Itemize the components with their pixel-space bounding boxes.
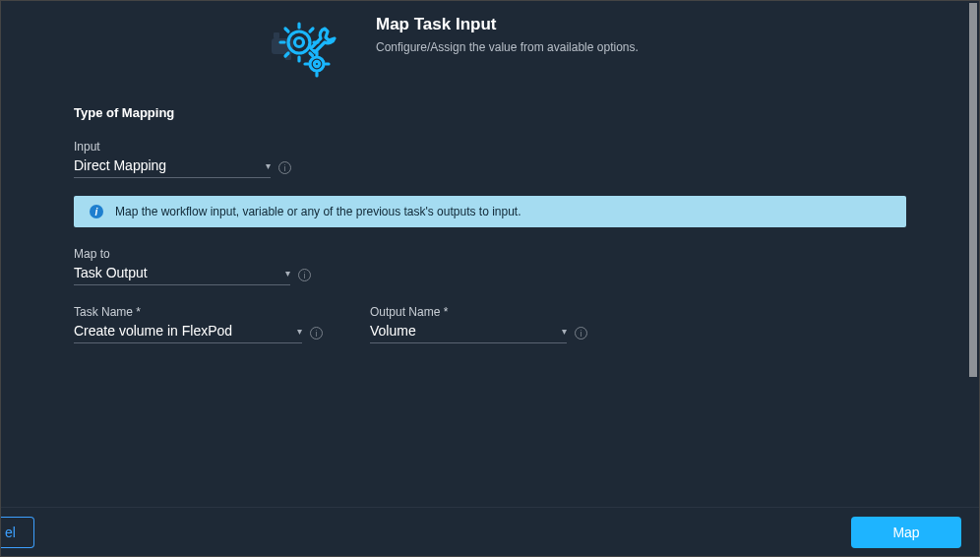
info-banner-text: Map the workflow input, variable or any … bbox=[115, 205, 521, 218]
svg-point-14 bbox=[314, 61, 319, 66]
chevron-down-icon: ▾ bbox=[285, 268, 290, 278]
section-title: Type of Mapping bbox=[74, 105, 906, 120]
field-input: Input Direct Mapping ▾ i bbox=[74, 140, 906, 178]
task-name-select[interactable]: Create volume in FlexPod ▾ bbox=[74, 323, 302, 343]
chevron-down-icon: ▾ bbox=[266, 160, 271, 171]
info-banner: i Map the workflow input, variable or an… bbox=[74, 196, 906, 227]
input-label: Input bbox=[74, 140, 906, 154]
dialog-title: Map Task Input bbox=[376, 15, 639, 34]
output-name-label: Output Name * bbox=[370, 305, 587, 319]
output-name-select[interactable]: Volume ▾ bbox=[370, 323, 567, 343]
map-to-label: Map to bbox=[74, 247, 906, 261]
task-name-label: Task Name * bbox=[74, 305, 323, 319]
info-icon[interactable]: i bbox=[310, 327, 323, 340]
svg-line-9 bbox=[285, 29, 288, 31]
field-output-name: Output Name * Volume ▾ i bbox=[370, 305, 587, 343]
dialog-header: Map Task Input Configure/Assign the valu… bbox=[1, 1, 979, 82]
svg-rect-1 bbox=[274, 32, 279, 38]
input-select[interactable]: Direct Mapping ▾ bbox=[74, 157, 271, 178]
info-banner-icon: i bbox=[90, 205, 103, 218]
gear-wrench-icon bbox=[272, 15, 348, 82]
svg-line-10 bbox=[310, 53, 313, 56]
input-value: Direct Mapping bbox=[74, 157, 166, 173]
task-name-value: Create volume in FlexPod bbox=[74, 323, 232, 339]
dialog-footer: el Map bbox=[1, 507, 979, 556]
info-icon[interactable]: i bbox=[575, 327, 587, 340]
field-map-to: Map to Task Output ▾ i bbox=[74, 247, 906, 285]
chevron-down-icon: ▾ bbox=[562, 326, 567, 337]
cancel-button-label: el bbox=[1, 525, 16, 540]
dialog-content: Type of Mapping Input Direct Mapping ▾ i… bbox=[1, 82, 979, 361]
svg-line-12 bbox=[310, 29, 313, 31]
info-icon[interactable]: i bbox=[298, 269, 311, 281]
map-to-select[interactable]: Task Output ▾ bbox=[74, 265, 290, 285]
map-button[interactable]: Map bbox=[851, 517, 961, 548]
field-task-name: Task Name * Create volume in FlexPod ▾ i bbox=[74, 305, 323, 343]
chevron-down-icon: ▾ bbox=[297, 326, 302, 337]
svg-point-4 bbox=[295, 38, 304, 47]
cancel-button[interactable]: el bbox=[1, 517, 34, 548]
svg-line-11 bbox=[285, 53, 288, 56]
map-to-value: Task Output bbox=[74, 265, 148, 280]
output-name-value: Volume bbox=[370, 323, 416, 339]
info-icon[interactable]: i bbox=[278, 161, 291, 174]
scrollbar[interactable] bbox=[969, 3, 977, 377]
dialog-subtitle: Configure/Assign the value from availabl… bbox=[376, 40, 639, 54]
svg-point-13 bbox=[310, 57, 324, 71]
